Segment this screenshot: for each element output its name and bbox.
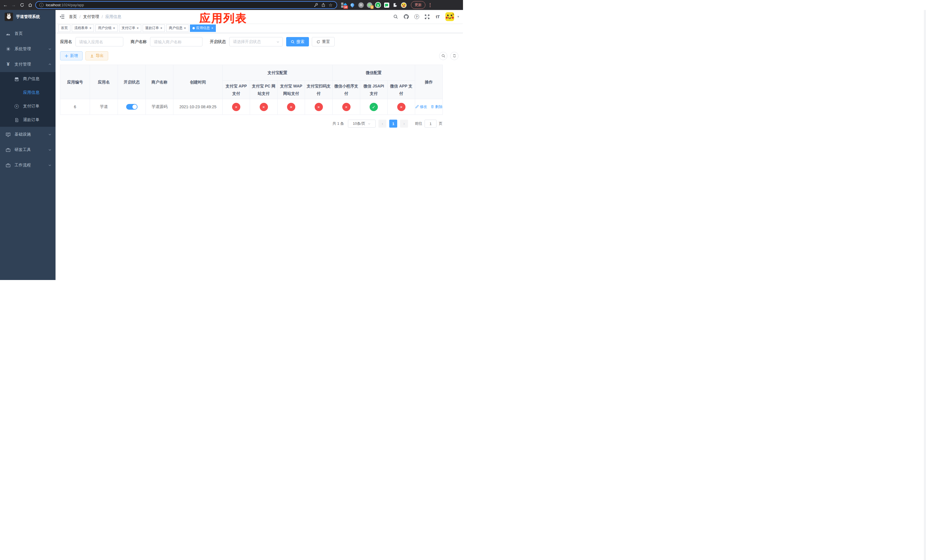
- check-icon: ✓: [369, 103, 378, 111]
- browser-forward-icon[interactable]: →: [11, 2, 17, 8]
- bookmark-star-icon[interactable]: ☆: [328, 3, 333, 8]
- header-search-icon[interactable]: [393, 14, 398, 20]
- extension-smiley-icon[interactable]: [401, 2, 407, 8]
- avatar-caret-icon[interactable]: ▾: [457, 15, 459, 18]
- logo[interactable]: 芋道管理系统: [0, 10, 56, 24]
- tab-home[interactable]: 首页: [58, 24, 70, 32]
- tab-pay-order[interactable]: 支付订单×: [119, 24, 141, 32]
- close-icon[interactable]: ×: [113, 26, 115, 30]
- sidebar-item-dev-tools[interactable]: 研发工具: [0, 142, 56, 157]
- col-group-wechat: 微信配置: [333, 65, 415, 80]
- col-header-alipay-pc: 支付宝 PC 网站支付: [250, 80, 278, 99]
- chevron-up-icon: [48, 63, 51, 66]
- browser-menu-icon[interactable]: [430, 3, 431, 7]
- chevron-down-icon: [368, 122, 371, 125]
- address-bar[interactable]: i localhost:1024/pay/app ☆: [35, 1, 337, 9]
- font-size-icon[interactable]: tT: [435, 14, 440, 20]
- table-row: 6 芋道 芋道源码 2021-10-23 08:49:25 × × × × × …: [61, 99, 443, 115]
- cross-icon: ×: [232, 103, 240, 111]
- share-icon[interactable]: [321, 3, 326, 8]
- browser-back-icon[interactable]: ←: [2, 2, 9, 8]
- payment-submenu: 商户信息 应用信息 ¥ 支付订单 退款订单: [0, 72, 56, 127]
- sidebar-item-refund-order[interactable]: 退款订单: [0, 113, 56, 127]
- app-table: 应用编号 应用名 开启状态 商户名称 创建时间 支付宝配置 微信配置 操作 支付…: [60, 65, 443, 115]
- help-icon[interactable]: ?: [414, 14, 419, 20]
- browser-reload-icon[interactable]: [19, 2, 25, 8]
- extension-pin-icon[interactable]: [350, 2, 356, 8]
- password-key-icon[interactable]: [313, 3, 318, 8]
- status-toggle[interactable]: [126, 104, 138, 110]
- chevron-down-icon: [48, 133, 51, 136]
- sidebar-item-pay-order[interactable]: ¥ 支付订单: [0, 100, 56, 113]
- page-size-select[interactable]: 10条/页: [348, 120, 375, 128]
- breadcrumb-home[interactable]: 首页: [69, 14, 77, 20]
- extensions-row: 10 ⌘ 1 y: [341, 2, 407, 8]
- col-header-wechat-jsapi: 微信 JSAPI 支付: [360, 80, 387, 99]
- breadcrumb-current: 应用信息: [105, 14, 121, 20]
- close-icon[interactable]: ×: [160, 26, 162, 30]
- add-button[interactable]: 新增: [60, 51, 83, 61]
- status-select[interactable]: 请选择开启状态: [229, 37, 283, 47]
- tab-refund-order[interactable]: 退款订单×: [143, 24, 165, 32]
- cell-app-id: 6: [61, 99, 90, 115]
- site-info-icon[interactable]: i: [39, 3, 44, 7]
- extension-y-icon[interactable]: y: [375, 2, 381, 8]
- export-button[interactable]: 导出: [85, 51, 108, 61]
- sidebar-item-app-info[interactable]: 应用信息: [0, 86, 56, 100]
- tab-user-group[interactable]: 用户分组×: [95, 24, 118, 32]
- show-search-toggle-button[interactable]: [439, 52, 447, 60]
- app-name-input[interactable]: [76, 37, 123, 47]
- status-label: 开启状态: [210, 39, 226, 44]
- prev-page-button[interactable]: ‹: [378, 120, 386, 128]
- close-icon[interactable]: ×: [211, 26, 213, 30]
- github-icon[interactable]: [403, 14, 409, 20]
- col-header-wechat-mini: 微信小程序支付: [333, 80, 360, 99]
- close-icon[interactable]: ×: [137, 26, 139, 30]
- sidebar-item-infrastructure[interactable]: 基础设施: [0, 127, 56, 142]
- page-annotation-title: 应用列表: [199, 11, 247, 26]
- sidebar-item-workflow[interactable]: 工作流程: [0, 157, 56, 173]
- user-avatar[interactable]: [445, 12, 454, 21]
- fullscreen-icon[interactable]: [424, 14, 430, 20]
- search-form: 应用名 商户名称 开启状态 请选择开启状态 搜索 重置: [60, 37, 458, 47]
- extensions-puzzle-icon[interactable]: [392, 2, 398, 8]
- close-icon[interactable]: ×: [184, 26, 186, 30]
- pagination-total: 共 1 条: [333, 121, 344, 126]
- extension-command-icon[interactable]: ⌘: [358, 2, 364, 8]
- edit-link[interactable]: 修改: [415, 104, 427, 109]
- delete-link[interactable]: 删除: [431, 104, 442, 109]
- app-title: 芋道管理系统: [16, 14, 40, 20]
- yuan-icon: ¥: [6, 62, 11, 67]
- tab-merchant-info[interactable]: 商户信息×: [166, 24, 189, 32]
- col-header-created: 创建时间: [173, 65, 223, 99]
- refresh-table-button[interactable]: [450, 52, 458, 60]
- cross-icon: ×: [260, 103, 268, 111]
- merchant-name-input[interactable]: [150, 37, 203, 47]
- search-button[interactable]: 搜索: [286, 37, 309, 47]
- browser-update-button[interactable]: 更新: [411, 1, 425, 9]
- sidebar-item-home[interactable]: 首页: [0, 26, 56, 41]
- reset-button[interactable]: 重置: [312, 37, 334, 47]
- cross-icon: ×: [287, 103, 295, 111]
- breadcrumb-payment[interactable]: 支付管理: [83, 14, 99, 20]
- current-page-button[interactable]: 1: [389, 120, 397, 128]
- close-icon[interactable]: ×: [89, 26, 91, 30]
- logo-image: [5, 12, 13, 21]
- url-text: localhost:1024/pay/app: [46, 3, 84, 7]
- extension-target-icon[interactable]: 1: [366, 2, 372, 8]
- sidebar-item-merchant-info[interactable]: 商户信息: [0, 72, 56, 86]
- tab-process-form[interactable]: 流程表单×: [72, 24, 94, 32]
- cross-icon: ×: [315, 103, 323, 111]
- next-page-button[interactable]: ›: [400, 120, 408, 128]
- tags-view: 首页 流程表单× 用户分组× 支付订单× 退款订单× 商户信息× 应用信息×: [56, 23, 463, 33]
- extension-badge: 10: [343, 5, 348, 9]
- extension-badge: 1: [371, 5, 374, 9]
- extension-blocks-icon[interactable]: 10: [341, 2, 347, 8]
- browser-home-icon[interactable]: [27, 2, 33, 8]
- sidebar-collapse-icon[interactable]: [59, 14, 65, 20]
- extension-chat-icon[interactable]: [384, 2, 390, 8]
- sidebar-item-system[interactable]: 系统管理: [0, 41, 56, 57]
- sidebar-item-payment[interactable]: ¥ 支付管理: [0, 57, 56, 72]
- breadcrumb: 首页 / 支付管理 / 应用信息: [69, 14, 121, 20]
- goto-page-input[interactable]: [425, 120, 437, 128]
